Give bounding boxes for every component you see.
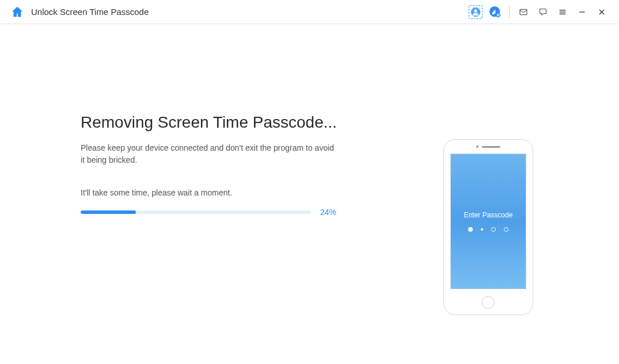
- home-icon: [11, 6, 24, 18]
- phone-top: [444, 145, 533, 148]
- phone-camera: [476, 145, 479, 148]
- main-content: Removing Screen Time Passcode... Please …: [0, 24, 619, 315]
- header-bar: Unlock Screen Time Passcode: [0, 0, 619, 24]
- svg-point-1: [474, 9, 477, 12]
- passcode-dots: [468, 227, 508, 232]
- progress-fill: [81, 210, 136, 214]
- header-divider: [509, 6, 510, 18]
- close-icon: [597, 7, 606, 17]
- description-text: Please keep your device connected and do…: [81, 142, 340, 166]
- phone-section: Enter Passcode: [369, 113, 533, 315]
- phone-screen: Enter Passcode: [450, 154, 526, 289]
- phone-speaker: [482, 146, 500, 148]
- close-button[interactable]: [595, 5, 609, 19]
- chat-icon: [538, 7, 548, 17]
- minimize-icon: [578, 7, 587, 17]
- music-search-button[interactable]: [488, 5, 502, 19]
- svg-rect-6: [520, 9, 527, 14]
- passcode-dot: [481, 228, 483, 231]
- header-left: Unlock Screen Time Passcode: [10, 5, 149, 19]
- account-icon: [470, 7, 481, 17]
- music-search-icon: [489, 6, 502, 18]
- progress-row: 24%: [81, 208, 369, 217]
- chat-button[interactable]: [536, 5, 550, 19]
- menu-icon: [558, 7, 567, 17]
- wait-text: It'll take some time, please wait a mome…: [81, 188, 369, 197]
- phone-illustration: Enter Passcode: [443, 139, 533, 315]
- passcode-dot: [504, 227, 508, 232]
- passcode-dot: [468, 227, 473, 232]
- page-title: Unlock Screen Time Passcode: [31, 7, 149, 17]
- main-title: Removing Screen Time Passcode...: [81, 113, 369, 132]
- mail-button[interactable]: [517, 5, 530, 19]
- home-button[interactable]: [10, 5, 24, 19]
- progress-bar: [81, 210, 311, 214]
- account-button[interactable]: [469, 5, 483, 19]
- phone-home-button: [482, 296, 495, 309]
- menu-button[interactable]: [556, 5, 569, 19]
- minimize-button[interactable]: [575, 5, 589, 19]
- text-section: Removing Screen Time Passcode... Please …: [0, 113, 369, 315]
- progress-percent: 24%: [320, 208, 336, 217]
- header-right: [469, 5, 609, 19]
- passcode-dot: [491, 227, 496, 232]
- phone-screen-text: Enter Passcode: [464, 211, 513, 219]
- mail-icon: [519, 7, 528, 17]
